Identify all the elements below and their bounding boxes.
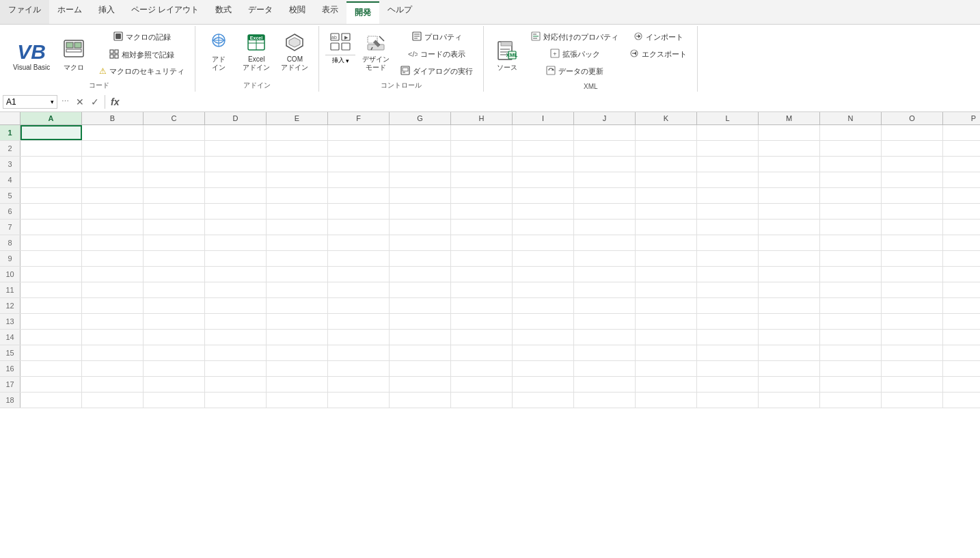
cell-G7[interactable] xyxy=(390,220,451,235)
tab-developer[interactable]: 開発 xyxy=(346,1,379,24)
cell-A18[interactable] xyxy=(21,393,82,408)
cell-D10[interactable] xyxy=(205,267,267,282)
tab-review[interactable]: 校閲 xyxy=(281,0,314,24)
cell-L7[interactable] xyxy=(697,220,759,235)
cell-N7[interactable] xyxy=(820,220,882,235)
cell-M1[interactable] xyxy=(759,125,820,140)
cell-A11[interactable] xyxy=(21,282,82,297)
cell-B3[interactable] xyxy=(82,157,144,172)
cell-D5[interactable] xyxy=(205,188,267,203)
col-header-j[interactable]: J xyxy=(574,112,636,124)
refresh-data-button[interactable]: データの更新 xyxy=(526,63,623,79)
cell-C4[interactable] xyxy=(144,172,205,187)
cell-D14[interactable] xyxy=(205,330,267,345)
row-number-14[interactable]: 14 xyxy=(0,330,21,345)
col-header-d[interactable]: D xyxy=(205,112,267,124)
cell-G11[interactable] xyxy=(390,282,451,297)
cell-F3[interactable] xyxy=(328,157,390,172)
cell-D11[interactable] xyxy=(205,282,267,297)
tab-view[interactable]: 表示 xyxy=(314,0,346,24)
cell-N3[interactable] xyxy=(820,157,882,172)
cell-O9[interactable] xyxy=(882,251,943,266)
cell-I12[interactable] xyxy=(513,298,574,313)
col-header-a[interactable]: A xyxy=(21,112,82,124)
cancel-formula-button[interactable]: ✕ xyxy=(73,95,87,109)
col-header-k[interactable]: K xyxy=(636,112,697,124)
cell-K2[interactable] xyxy=(636,141,697,156)
cell-I15[interactable] xyxy=(513,345,574,360)
cell-L12[interactable] xyxy=(697,298,759,313)
cell-G3[interactable] xyxy=(390,157,451,172)
cell-B10[interactable] xyxy=(82,267,144,282)
cell-I8[interactable] xyxy=(513,235,574,250)
cell-J11[interactable] xyxy=(574,282,636,297)
cell-O8[interactable] xyxy=(882,235,943,250)
cell-L16[interactable] xyxy=(697,361,759,376)
record-macro-button[interactable]: マクロの記録 xyxy=(94,29,189,46)
cell-B12[interactable] xyxy=(82,298,144,313)
cell-O1[interactable] xyxy=(882,125,943,140)
cell-J15[interactable] xyxy=(574,345,636,360)
cell-K8[interactable] xyxy=(636,235,697,250)
cell-N16[interactable] xyxy=(820,361,882,376)
cell-L6[interactable] xyxy=(697,204,759,219)
cell-K17[interactable] xyxy=(636,377,697,392)
col-header-g[interactable]: G xyxy=(390,112,451,124)
cell-M14[interactable] xyxy=(759,330,820,345)
cell-J7[interactable] xyxy=(574,220,636,235)
cell-B8[interactable] xyxy=(82,235,144,250)
cell-L1[interactable] xyxy=(697,125,759,140)
row-number-10[interactable]: 10 xyxy=(0,267,21,282)
cell-J6[interactable] xyxy=(574,204,636,219)
cell-I9[interactable] xyxy=(513,251,574,266)
cell-E17[interactable] xyxy=(267,377,328,392)
cell-F10[interactable] xyxy=(328,267,390,282)
cell-B11[interactable] xyxy=(82,282,144,297)
cell-H13[interactable] xyxy=(451,314,513,329)
cell-M6[interactable] xyxy=(759,204,820,219)
cell-P14[interactable] xyxy=(943,330,980,345)
cell-B13[interactable] xyxy=(82,314,144,329)
cell-G13[interactable] xyxy=(390,314,451,329)
cell-L4[interactable] xyxy=(697,172,759,187)
cell-A10[interactable] xyxy=(21,267,82,282)
cell-K7[interactable] xyxy=(636,220,697,235)
cell-D2[interactable] xyxy=(205,141,267,156)
cell-C13[interactable] xyxy=(144,314,205,329)
cell-F14[interactable] xyxy=(328,330,390,345)
cell-E3[interactable] xyxy=(267,157,328,172)
row-number-7[interactable]: 7 xyxy=(0,220,21,235)
cell-N11[interactable] xyxy=(820,282,882,297)
cell-H3[interactable] xyxy=(451,157,513,172)
cell-F13[interactable] xyxy=(328,314,390,329)
insert-control-button[interactable]: ab ▶ 挿入 ▾ xyxy=(325,29,356,66)
cell-F12[interactable] xyxy=(328,298,390,313)
tab-insert[interactable]: 挿入 xyxy=(90,0,123,24)
view-code-button[interactable]: </> コードの表示 xyxy=(396,46,478,62)
cell-K10[interactable] xyxy=(636,267,697,282)
cell-I11[interactable] xyxy=(513,282,574,297)
col-header-f[interactable]: F xyxy=(328,112,390,124)
cell-I14[interactable] xyxy=(513,330,574,345)
cell-D7[interactable] xyxy=(205,220,267,235)
cell-P17[interactable] xyxy=(943,377,980,392)
cell-H18[interactable] xyxy=(451,393,513,408)
cell-J3[interactable] xyxy=(574,157,636,172)
cell-I13[interactable] xyxy=(513,314,574,329)
cell-A2[interactable] xyxy=(21,141,82,156)
cell-F9[interactable] xyxy=(328,251,390,266)
row-number-3[interactable]: 3 xyxy=(0,157,21,172)
cell-M18[interactable] xyxy=(759,393,820,408)
cell-A16[interactable] xyxy=(21,361,82,376)
cell-P1[interactable] xyxy=(943,125,980,140)
cell-P15[interactable] xyxy=(943,345,980,360)
row-number-16[interactable]: 16 xyxy=(0,361,21,376)
relative-ref-button[interactable]: 相対参照で記録 xyxy=(94,46,189,63)
cell-K1[interactable] xyxy=(636,125,697,140)
confirm-formula-button[interactable]: ✓ xyxy=(88,95,102,109)
col-header-m[interactable]: M xyxy=(759,112,820,124)
cell-C6[interactable] xyxy=(144,204,205,219)
cell-J5[interactable] xyxy=(574,188,636,203)
cell-M12[interactable] xyxy=(759,298,820,313)
cell-K13[interactable] xyxy=(636,314,697,329)
